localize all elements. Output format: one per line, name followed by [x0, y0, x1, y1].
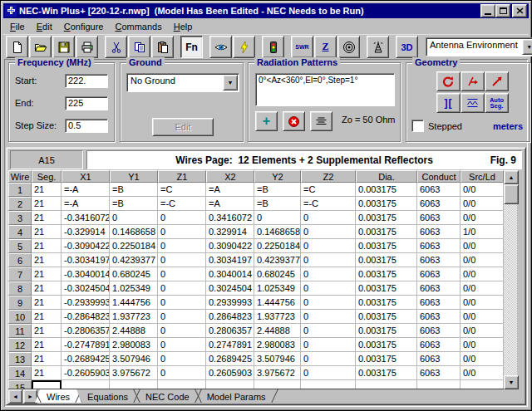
cell[interactable]: 6063	[417, 310, 461, 324]
view-button[interactable]	[209, 36, 232, 58]
cell[interactable]: 0/0	[461, 324, 504, 338]
cell[interactable]: 0	[158, 211, 206, 225]
cell[interactable]: -0.2864823	[62, 310, 110, 324]
column-header[interactable]: Y2	[254, 170, 301, 183]
cell[interactable]: 0	[301, 310, 356, 324]
minimize-button[interactable]	[480, 4, 495, 17]
vertical-scrollbar[interactable]: ▲ ▼	[504, 170, 517, 389]
cell[interactable]: 2.980083	[110, 338, 158, 352]
cell[interactable]: 0.003175	[356, 183, 417, 197]
cell[interactable]: =C	[301, 183, 356, 197]
column-header[interactable]: Y1	[110, 170, 158, 183]
maximize-button[interactable]	[495, 4, 510, 17]
cell[interactable]: =A	[206, 183, 254, 197]
cell[interactable]: 0.003175	[356, 352, 417, 366]
cell[interactable]: 6063	[417, 253, 461, 267]
cell[interactable]: 0	[301, 211, 356, 225]
cell[interactable]: 6063	[417, 352, 461, 366]
cell[interactable]: =B	[110, 197, 158, 211]
cell[interactable]: =C	[158, 183, 206, 197]
step-size-input[interactable]: 0.5	[65, 119, 108, 133]
cell[interactable]: 0	[158, 239, 206, 253]
brackets-button[interactable]: ][	[436, 93, 461, 113]
cell[interactable]: 6063	[417, 324, 461, 338]
cell[interactable]	[158, 380, 206, 389]
cell[interactable]: 0.3040014	[206, 267, 254, 281]
column-header[interactable]: Z2	[301, 170, 356, 183]
cell[interactable]	[417, 380, 461, 389]
cell[interactable]: -0.2689425	[62, 352, 110, 366]
cell[interactable]: 0.003175	[356, 296, 417, 310]
cell[interactable]: 21	[32, 211, 62, 225]
cell[interactable]: 0	[110, 211, 158, 225]
tab-equations[interactable]: Equations	[76, 389, 140, 403]
cell[interactable]: 6063	[417, 239, 461, 253]
column-header[interactable]: Wire	[8, 170, 32, 183]
new-button[interactable]	[6, 36, 28, 58]
cell[interactable]: 0.3034197	[206, 253, 254, 267]
cell[interactable]: =-A	[62, 183, 110, 197]
cell[interactable]: 6063	[417, 296, 461, 310]
cell[interactable]: 0/0	[461, 310, 504, 324]
cell[interactable]: 0	[301, 296, 356, 310]
cell[interactable]: -0.3040014	[62, 267, 110, 281]
cell[interactable]: 6063	[417, 338, 461, 352]
pattern-entry[interactable]: 0°<Az<360°,El=0°,Step=1°	[259, 76, 357, 85]
cell[interactable]: =B	[254, 197, 301, 211]
cell[interactable]: =A	[206, 197, 254, 211]
cell[interactable]: 21	[32, 183, 62, 197]
cell[interactable]: 0	[158, 310, 206, 324]
cell[interactable]: 0	[301, 366, 356, 380]
pattern-list-button[interactable]	[310, 111, 332, 131]
cell[interactable]: 2.44888	[110, 324, 158, 338]
row-header[interactable]: 11	[8, 324, 32, 338]
print-button[interactable]	[76, 36, 98, 58]
auto-seg-button[interactable]: AutoSeg.	[485, 93, 509, 113]
ground-dropdown-arrow[interactable]: ▼	[223, 75, 238, 91]
scroll-down-button[interactable]: ▼	[504, 375, 519, 389]
cell[interactable]: -0.3024504	[62, 281, 110, 296]
cell[interactable]: 0.2250184	[110, 239, 158, 253]
cell[interactable]: 0.2689425	[206, 352, 254, 366]
save-button[interactable]	[52, 36, 75, 58]
cell[interactable]: 0.003175	[356, 310, 417, 324]
swr-button[interactable]: SWR	[291, 36, 313, 58]
row-header[interactable]: 7	[8, 267, 32, 281]
start-input[interactable]: 222.	[65, 74, 108, 88]
menu-item-configure[interactable]: Configure	[58, 19, 110, 34]
cell[interactable]: =-C	[158, 197, 206, 211]
scale-button[interactable]	[485, 71, 509, 91]
cell[interactable]: 0	[158, 253, 206, 267]
cell[interactable]: 0/0	[461, 197, 504, 211]
cell[interactable]: 0.2250184	[254, 239, 301, 253]
cell[interactable]	[206, 380, 254, 389]
dropdown-arrow-button[interactable]: ▼	[522, 39, 532, 55]
row-header[interactable]: 15	[8, 380, 32, 389]
cell[interactable]: 2.44888	[254, 324, 301, 338]
cell[interactable]: 21	[32, 310, 62, 324]
cell[interactable]: 0.003175	[356, 197, 417, 211]
stepped-checkbox[interactable]	[411, 120, 424, 132]
pattern-listbox[interactable]: 0°<Az<360°,El=0°,Step=1°	[255, 73, 395, 106]
cell[interactable]: 3.975672	[254, 366, 301, 380]
threed-button[interactable]: 3D	[396, 36, 418, 58]
rotate-button[interactable]	[436, 71, 461, 91]
cell[interactable]: 0/0	[461, 183, 504, 197]
cell[interactable]: 0	[158, 324, 206, 338]
cell[interactable]	[301, 380, 356, 389]
cell[interactable]: 0.003175	[356, 338, 417, 352]
cell[interactable]: 1.025349	[110, 281, 158, 296]
cell[interactable]: -0.3090422	[62, 239, 110, 253]
cell[interactable]: 1.444756	[254, 296, 301, 310]
cell[interactable]: 0	[254, 211, 301, 225]
cell[interactable]	[461, 380, 504, 389]
cell[interactable]: 0.003175	[356, 211, 417, 225]
cell[interactable]: 0	[301, 267, 356, 281]
antenna-button[interactable]	[367, 36, 389, 58]
cell[interactable]: 1.025349	[254, 281, 301, 296]
tab-model-params[interactable]: Model Params	[195, 389, 278, 403]
cell[interactable]: 0.3090422	[206, 239, 254, 253]
tab-scroll-left-button[interactable]: ◄	[8, 389, 22, 404]
cell[interactable]: 0.003175	[356, 267, 417, 281]
cell[interactable]: 0/0	[461, 253, 504, 267]
